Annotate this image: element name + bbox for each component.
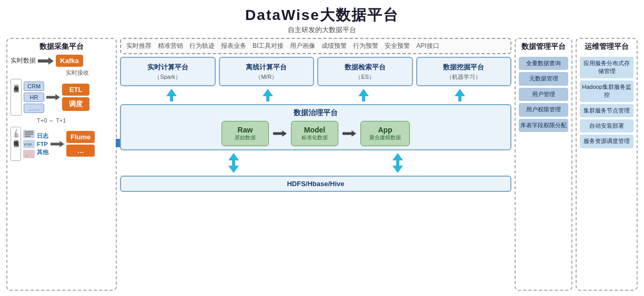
ops-hadoop: Hadoop集群服务监控: [580, 80, 633, 102]
log-icon: [23, 130, 35, 138]
realtime-sublabel: 实时接收: [42, 69, 113, 77]
schedule-box: 调度: [62, 97, 89, 111]
gov-model: Model 标准化数据: [291, 121, 338, 146]
arrow-flume-icon: [51, 140, 64, 148]
header: DataWise大数据平台 自主研发的大数据平台: [6, 5, 638, 35]
arrow-right-icon: [38, 57, 54, 65]
left-panel: 数据采集平台 实时数据 Kafka 实时接收 现有业务系统 CRM HR ……: [6, 38, 117, 291]
right-panels: 数据管理平台 全量数据查询 元数据管理 用户管理 用户权限管理 库表字段权限分配…: [515, 38, 638, 291]
app-bar-item-3: 行为轨迹: [189, 42, 215, 50]
app-bar: 实时推荐 精准营销 行为轨迹 报表业务 BI工具对接 用户画像 成绩预警 行为预…: [120, 38, 511, 54]
ops-resource-sched: 服务资源调度管理: [580, 135, 633, 148]
svg-marker-1: [46, 94, 60, 100]
mgmt-permission: 用户权限管理: [519, 103, 568, 116]
mgmt-metadata: 元数据管理: [519, 72, 568, 85]
page-title: DataWise大数据平台: [6, 5, 638, 25]
arrow-up-3: [358, 89, 369, 101]
arrow-up-4: [455, 89, 465, 101]
app-bar-item-9: 安全预警: [385, 42, 410, 50]
other-text: 其他: [37, 148, 48, 156]
ops-mgmt-title: 运维管理平台: [580, 42, 633, 52]
main-content: 数据采集平台 实时数据 Kafka 实时接收 现有业务系统 CRM HR ……: [6, 38, 638, 291]
app-bar-item-2: 精准营销: [158, 42, 183, 50]
kafka-box: Kafka: [56, 55, 83, 67]
svg-marker-12: [273, 130, 287, 137]
svg-text:...: ...: [25, 152, 28, 157]
app-bar-item-7: 成绩预警: [321, 42, 347, 50]
arrows-up-row: [120, 89, 511, 101]
db-dots: ……: [24, 104, 44, 113]
hdfs-bar: HDFS/Hbase/Hive: [120, 176, 511, 192]
governance-box: 数据治理平台 Raw 原始数据 Model 标准化数据: [120, 104, 511, 150]
double-arrow-right: [393, 153, 403, 173]
compute-mining: 数据挖掘平台 （机器学习）: [416, 57, 512, 86]
governance-items: Raw 原始数据 Model 标准化数据 App 聚: [126, 121, 505, 146]
compute-row: 实时计算平台 （Spark） 离线计算平台 （M/R） 数据检索平台 （ES） …: [120, 57, 511, 86]
middle-panel: 实时推荐 精准营销 行为轨迹 报表业务 BI工具对接 用户画像 成绩预警 行为预…: [120, 38, 511, 291]
ops-mgmt-panel: 运维管理平台 应用服务分布式存储管理 Hadoop集群服务监控 集群服务节点管理…: [576, 38, 638, 291]
app-bar-item-6: 用户画像: [290, 42, 315, 50]
double-arrow-left: [228, 153, 239, 173]
page-subtitle: 自主研发的大数据平台: [6, 25, 638, 35]
arrow-raw-model-icon: [273, 130, 287, 137]
svg-text:FTP: FTP: [24, 142, 32, 147]
data-mgmt-panel: 数据管理平台 全量数据查询 元数据管理 用户管理 用户权限管理 库表字段权限分配: [515, 38, 572, 291]
svg-marker-13: [343, 130, 356, 137]
data-mgmt-title: 数据管理平台: [519, 42, 568, 52]
ops-cluster-node: 集群服务节点管理: [580, 104, 633, 117]
time-range: T+0 ～ T+1: [37, 117, 113, 125]
flume-box: Flume: [66, 131, 95, 143]
arrow-up-2: [263, 89, 273, 101]
ftp-text: FTP: [37, 141, 48, 147]
gov-raw: Raw 原始数据: [222, 121, 269, 146]
arrow-model-app-icon: [343, 130, 356, 137]
compute-realtime: 实时计算平台 （Spark）: [120, 57, 216, 86]
mgmt-field-permission: 库表字段权限分配: [519, 119, 568, 132]
arrow-etl-icon: [46, 94, 60, 101]
compute-search: 数据检索平台 （ES）: [317, 57, 413, 86]
log-text: 日志: [37, 132, 48, 140]
governance-title: 数据治理平台: [126, 108, 505, 118]
gov-app: App 聚合建模数据: [360, 121, 410, 146]
left-panel-title: 数据采集平台: [11, 42, 113, 52]
nonstructured-label: 非/半结构化数据: [11, 127, 21, 161]
existing-system-label: 现有业务系统: [11, 79, 22, 116]
mgmt-fulldata: 全量数据查询: [519, 57, 568, 70]
double-arrows-row: [120, 153, 511, 173]
app-bar-item-4: 报表业务: [221, 42, 246, 50]
compute-offline: 离线计算平台 （M/R）: [219, 57, 315, 86]
realtime-label: 实时数据: [11, 56, 36, 65]
svg-marker-0: [38, 57, 54, 65]
db-hr: HR: [24, 93, 44, 102]
svg-marker-10: [51, 140, 64, 147]
ops-storage: 应用服务分布式存储管理: [580, 57, 633, 78]
app-bar-item-10: API接口: [416, 42, 439, 50]
arrow-up-1: [166, 89, 177, 101]
app-bar-item-1: 实时推荐: [126, 42, 152, 50]
app-bar-item-8: 行为预警: [353, 42, 378, 50]
app-bar-item-5: BI工具对接: [253, 42, 284, 50]
etl-box: ETL: [62, 84, 89, 96]
ftp-icon: FTP: [23, 140, 35, 148]
flume-dots-box: …: [66, 145, 95, 157]
ops-auto-install: 自动安装部署: [580, 119, 633, 132]
mgmt-user: 用户管理: [519, 88, 568, 101]
db-crm: CRM: [24, 81, 44, 91]
page-wrapper: DataWise大数据平台 自主研发的大数据平台 数据采集平台 实时数据 Kaf…: [0, 0, 644, 296]
other-icon: ...: [23, 150, 35, 158]
